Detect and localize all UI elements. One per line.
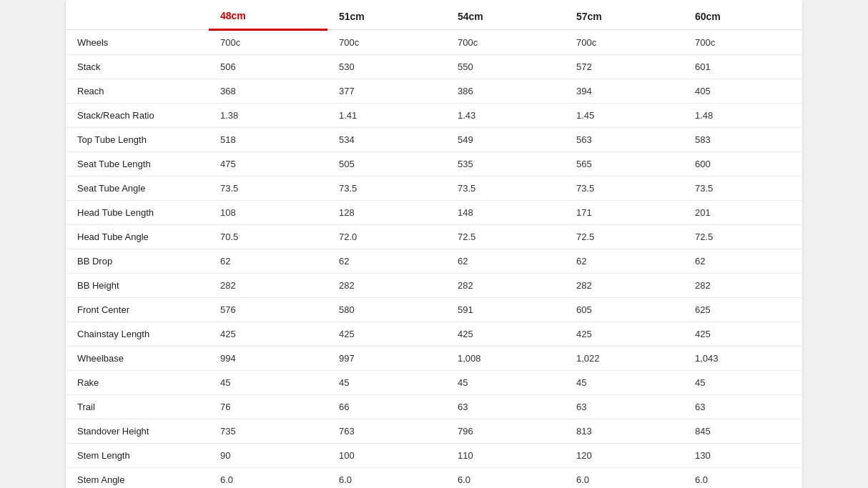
row-label: Front Center [66,298,209,322]
row-label: Trail [66,395,209,419]
table-row: Rake4545454545 [66,371,802,395]
table-row: BB Drop6262626262 [66,249,802,274]
cell-60cm: 405 [684,79,802,104]
cell-51cm: 505 [327,152,446,176]
cell-48cm: 518 [209,128,327,152]
cell-57cm: 572 [565,55,684,79]
cell-54cm: 110 [446,444,565,468]
cell-54cm: 796 [446,419,565,444]
cell-60cm: 600 [684,152,802,176]
cell-54cm: 1.43 [446,104,565,128]
cell-57cm: 565 [565,152,684,176]
column-header-60[interactable]: 60cm [684,0,802,30]
row-label: Head Tube Length [66,201,209,225]
cell-60cm: 130 [684,444,802,468]
column-header-empty [66,0,209,30]
cell-54cm: 386 [446,79,565,104]
cell-54cm: 425 [446,322,565,347]
cell-48cm: 700c [209,30,327,55]
table-row: Front Center576580591605625 [66,298,802,322]
cell-48cm: 576 [209,298,327,322]
cell-48cm: 62 [209,249,327,274]
cell-57cm: 425 [565,322,684,347]
cell-54cm: 73.5 [446,176,565,201]
row-label: Reach [66,79,209,104]
cell-51cm: 72.0 [327,225,446,249]
table-row: Top Tube Length518534549563583 [66,128,802,152]
cell-51cm: 66 [327,395,446,419]
cell-51cm: 128 [327,201,446,225]
cell-48cm: 735 [209,419,327,444]
cell-54cm: 700c [446,30,565,55]
cell-48cm: 73.5 [209,176,327,201]
cell-51cm: 377 [327,79,446,104]
cell-54cm: 282 [446,274,565,298]
row-label: Chainstay Length [66,322,209,347]
cell-57cm: 171 [565,201,684,225]
row-label: Stem Length [66,444,209,468]
cell-54cm: 148 [446,201,565,225]
cell-54cm: 63 [446,395,565,419]
geometry-table: 48cm51cm54cm57cm60cm Wheels700c700c700c7… [66,0,802,488]
table-row: BB Height282282282282282 [66,274,802,298]
table-row: Reach368377386394405 [66,79,802,104]
row-label: Seat Tube Angle [66,176,209,201]
row-label: BB Height [66,274,209,298]
cell-60cm: 72.5 [684,225,802,249]
table-row: Wheels700c700c700c700c700c [66,30,802,55]
row-label: Standover Height [66,419,209,444]
cell-54cm: 72.5 [446,225,565,249]
cell-51cm: 580 [327,298,446,322]
cell-57cm: 6.0 [565,468,684,489]
cell-48cm: 994 [209,347,327,371]
row-label: Wheels [66,30,209,55]
table-row: Stack/Reach Ratio1.381.411.431.451.48 [66,104,802,128]
cell-51cm: 1.41 [327,104,446,128]
column-header-54[interactable]: 54cm [446,0,565,30]
cell-57cm: 45 [565,371,684,395]
cell-48cm: 368 [209,79,327,104]
cell-60cm: 201 [684,201,802,225]
cell-51cm: 530 [327,55,446,79]
cell-57cm: 62 [565,249,684,274]
cell-48cm: 6.0 [209,468,327,489]
cell-54cm: 1,008 [446,347,565,371]
cell-57cm: 63 [565,395,684,419]
cell-51cm: 100 [327,444,446,468]
cell-60cm: 601 [684,55,802,79]
cell-48cm: 425 [209,322,327,347]
cell-51cm: 6.0 [327,468,446,489]
cell-51cm: 997 [327,347,446,371]
cell-60cm: 6.0 [684,468,802,489]
column-header-57[interactable]: 57cm [565,0,684,30]
cell-57cm: 120 [565,444,684,468]
cell-54cm: 62 [446,249,565,274]
row-label: Stem Angle [66,468,209,489]
cell-57cm: 282 [565,274,684,298]
table-row: Trail7666636363 [66,395,802,419]
table-row: Stem Length90100110120130 [66,444,802,468]
cell-57cm: 563 [565,128,684,152]
cell-57cm: 73.5 [565,176,684,201]
table-row: Chainstay Length425425425425425 [66,322,802,347]
cell-60cm: 63 [684,395,802,419]
cell-57cm: 72.5 [565,225,684,249]
table-row: Stack506530550572601 [66,55,802,79]
cell-51cm: 534 [327,128,446,152]
table-row: Head Tube Angle70.572.072.572.572.5 [66,225,802,249]
cell-60cm: 62 [684,249,802,274]
cell-48cm: 108 [209,201,327,225]
cell-51cm: 425 [327,322,446,347]
cell-60cm: 45 [684,371,802,395]
cell-48cm: 45 [209,371,327,395]
table-row: Seat Tube Length475505535565600 [66,152,802,176]
row-label: Stack [66,55,209,79]
column-header-51[interactable]: 51cm [327,0,446,30]
cell-60cm: 700c [684,30,802,55]
scroll-wrapper[interactable]: 48cm51cm54cm57cm60cm Wheels700c700c700c7… [66,0,802,488]
table-row: Standover Height735763796813845 [66,419,802,444]
cell-60cm: 583 [684,128,802,152]
column-header-48[interactable]: 48cm [209,0,327,30]
cell-51cm: 62 [327,249,446,274]
cell-48cm: 506 [209,55,327,79]
